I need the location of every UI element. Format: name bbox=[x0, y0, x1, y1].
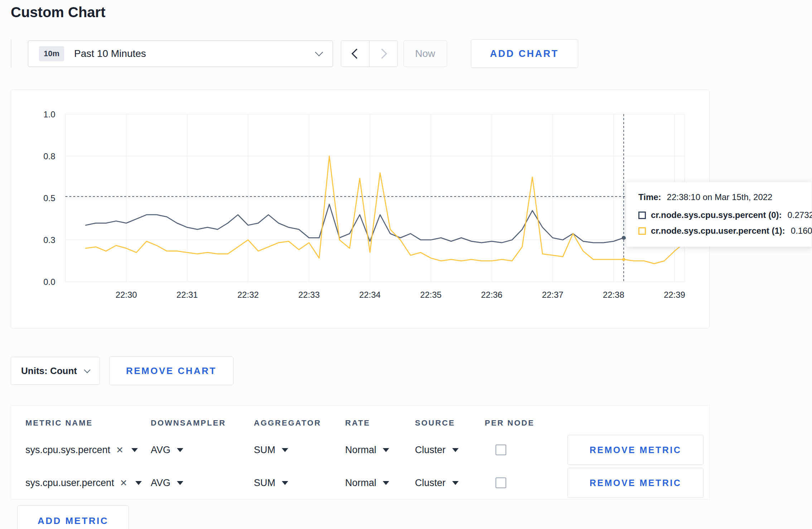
time-prev-button[interactable] bbox=[341, 40, 369, 67]
caret-down-icon bbox=[177, 481, 183, 485]
svg-text:22:30: 22:30 bbox=[116, 290, 137, 300]
chevron-down-icon bbox=[315, 48, 323, 57]
svg-text:22:31: 22:31 bbox=[177, 290, 198, 300]
svg-text:22:36: 22:36 bbox=[481, 290, 503, 300]
svg-text:0.0: 0.0 bbox=[43, 277, 55, 287]
svg-text:0.3: 0.3 bbox=[43, 235, 55, 245]
metrics-table-header: METRIC NAME DOWNSAMPLER AGGREGATOR RATE … bbox=[25, 406, 709, 433]
svg-text:0.8: 0.8 bbox=[43, 151, 55, 161]
custom-chart-page: Custom Chart 10m Past 10 Minutes Now ADD… bbox=[0, 0, 812, 529]
aggregator-select[interactable]: SUM bbox=[254, 445, 345, 456]
col-header-metric-name: METRIC NAME bbox=[25, 418, 151, 428]
tooltip-series-value: 0.1601 bbox=[791, 226, 812, 236]
svg-text:22:37: 22:37 bbox=[542, 290, 564, 300]
col-header-rate: RATE bbox=[345, 418, 415, 428]
downsampler-select[interactable]: AVG bbox=[151, 477, 254, 489]
clear-metric-icon[interactable]: ✕ bbox=[116, 445, 124, 455]
svg-text:1.0: 1.0 bbox=[43, 110, 55, 119]
per-node-checkbox[interactable] bbox=[496, 445, 506, 455]
caret-down-icon bbox=[282, 448, 288, 452]
svg-text:22:32: 22:32 bbox=[237, 290, 259, 300]
series-sys-swatch-icon bbox=[638, 212, 646, 219]
rate-select[interactable]: Normal bbox=[345, 445, 415, 456]
aggregator-value: SUM bbox=[254, 445, 275, 456]
clear-metric-icon[interactable]: ✕ bbox=[120, 478, 127, 488]
metric-name-select[interactable]: sys.cpu.sys.percent ✕ bbox=[25, 445, 151, 456]
chart-canvas[interactable]: 0.00.30.50.81.022:3022:3122:3222:3322:34… bbox=[11, 90, 709, 328]
caret-down-icon bbox=[452, 448, 459, 452]
time-range-select[interactable]: 10m Past 10 Minutes bbox=[28, 40, 333, 67]
chevron-down-icon bbox=[84, 367, 90, 373]
time-range-badge: 10m bbox=[39, 46, 64, 61]
caret-down-icon bbox=[383, 448, 389, 452]
tooltip-series-row: cr.node.sys.cpu.sys.percent (0): 0.2732 bbox=[638, 210, 799, 220]
tooltip-time-row: Time:22:38:10 on Mar 15th, 2022 bbox=[638, 192, 799, 202]
remove-metric-button[interactable]: REMOVE METRIC bbox=[567, 468, 704, 498]
caret-down-icon bbox=[452, 481, 459, 485]
metric-row: sys.cpu.sys.percent ✕ AVG SUM Normal Clu… bbox=[25, 433, 709, 466]
source-value: Cluster bbox=[415, 445, 446, 456]
tooltip-time-value: 22:38:10 on Mar 15th, 2022 bbox=[667, 192, 773, 202]
svg-text:0.5: 0.5 bbox=[43, 193, 55, 203]
chart-panel: 0.00.30.50.81.022:3022:3122:3222:3322:34… bbox=[11, 89, 710, 329]
source-select[interactable]: Cluster bbox=[415, 477, 485, 489]
remove-chart-button[interactable]: REMOVE CHART bbox=[109, 356, 233, 385]
tooltip-series-name: cr.node.sys.cpu.sys.percent (0): bbox=[651, 210, 782, 220]
series-user-swatch-icon bbox=[638, 227, 646, 235]
metric-name-label: sys.cpu.user.percent bbox=[25, 477, 114, 489]
toolbar-divider bbox=[11, 40, 11, 68]
caret-down-icon bbox=[131, 448, 138, 452]
svg-text:22:35: 22:35 bbox=[420, 290, 441, 300]
col-header-source: SOURCE bbox=[415, 418, 485, 428]
caret-down-icon bbox=[383, 481, 389, 485]
col-header-downsampler: DOWNSAMPLER bbox=[151, 418, 254, 428]
rate-select[interactable]: Normal bbox=[345, 477, 415, 489]
tooltip-time-label: Time: bbox=[638, 192, 661, 202]
metric-row: sys.cpu.user.percent ✕ AVG SUM Normal Cl… bbox=[25, 466, 709, 499]
downsampler-value: AVG bbox=[151, 477, 170, 489]
chevron-right-icon bbox=[377, 49, 387, 59]
add-chart-button[interactable]: ADD CHART bbox=[471, 39, 578, 68]
tooltip-series-row: cr.node.sys.cpu.user.percent (1): 0.1601 bbox=[638, 226, 799, 236]
units-label: Units: Count bbox=[21, 365, 77, 377]
svg-text:22:39: 22:39 bbox=[664, 290, 685, 300]
source-select[interactable]: Cluster bbox=[415, 445, 485, 456]
per-node-checkbox[interactable] bbox=[496, 477, 506, 488]
col-header-aggregator: AGGREGATOR bbox=[254, 418, 345, 428]
caret-down-icon bbox=[177, 448, 183, 452]
svg-text:22:34: 22:34 bbox=[359, 290, 381, 300]
svg-text:22:33: 22:33 bbox=[298, 290, 320, 300]
aggregator-select[interactable]: SUM bbox=[254, 477, 345, 489]
caret-down-icon bbox=[282, 481, 288, 485]
page-title: Custom Chart bbox=[11, 4, 812, 21]
downsampler-select[interactable]: AVG bbox=[151, 445, 254, 456]
metric-name-select[interactable]: sys.cpu.user.percent ✕ bbox=[25, 477, 151, 489]
remove-metric-button[interactable]: REMOVE METRIC bbox=[567, 435, 704, 465]
now-button[interactable]: Now bbox=[403, 40, 447, 67]
metrics-table: METRIC NAME DOWNSAMPLER AGGREGATOR RATE … bbox=[11, 405, 710, 500]
time-next-button[interactable] bbox=[369, 40, 398, 67]
rate-value: Normal bbox=[345, 445, 376, 456]
time-nav-group bbox=[341, 40, 398, 67]
metric-name-label: sys.cpu.sys.percent bbox=[25, 445, 110, 456]
tooltip-series-name: cr.node.sys.cpu.user.percent (1): bbox=[651, 226, 785, 236]
units-select[interactable]: Units: Count bbox=[11, 357, 100, 385]
add-metric-button[interactable]: ADD METRIC bbox=[17, 505, 129, 529]
chart-tooltip: Time:22:38:10 on Mar 15th, 2022 cr.node.… bbox=[626, 182, 812, 247]
chart-controls-row: Units: Count REMOVE CHART bbox=[11, 356, 812, 385]
toolbar: 10m Past 10 Minutes Now ADD CHART bbox=[11, 39, 812, 69]
aggregator-value: SUM bbox=[254, 477, 275, 489]
rate-value: Normal bbox=[345, 477, 376, 489]
col-header-per-node: PER NODE bbox=[485, 418, 562, 428]
downsampler-value: AVG bbox=[151, 445, 170, 456]
time-range-label: Past 10 Minutes bbox=[74, 48, 146, 59]
chevron-left-icon bbox=[352, 49, 362, 59]
source-value: Cluster bbox=[415, 477, 446, 489]
caret-down-icon bbox=[135, 481, 142, 485]
svg-text:22:38: 22:38 bbox=[603, 290, 624, 300]
tooltip-series-value: 0.2732 bbox=[787, 210, 812, 220]
